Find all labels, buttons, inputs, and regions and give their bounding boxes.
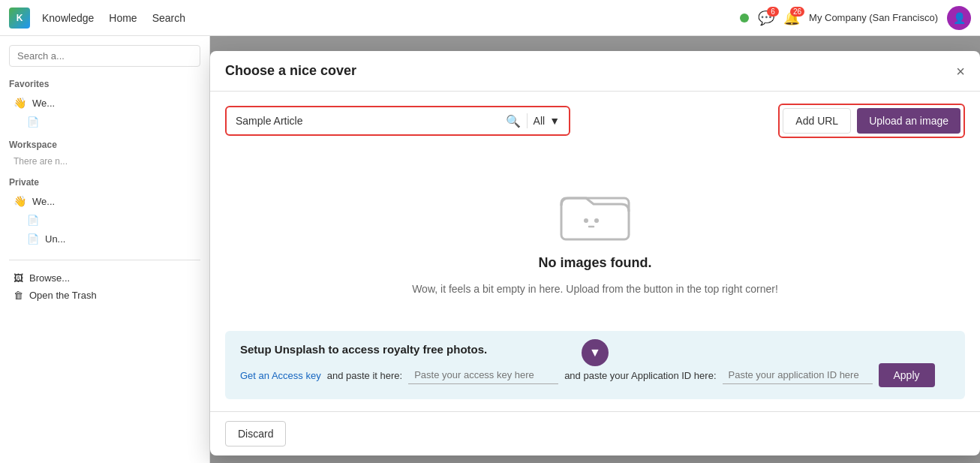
top-bar-right: 💬 6 🔔 26 My Company (San Francisco) 👤 bbox=[740, 6, 971, 30]
sidebar-search-input[interactable] bbox=[9, 45, 200, 67]
modal-overlay: Choose a nice cover × 🔍 bbox=[210, 36, 980, 463]
app-id-input[interactable] bbox=[723, 366, 873, 384]
sidebar-section-private: Private bbox=[9, 177, 200, 188]
sidebar-footer-label: Open the Trash bbox=[29, 290, 97, 301]
chevron-down-icon: ▼ bbox=[549, 115, 560, 127]
emoji-icon: 👋 bbox=[14, 97, 26, 109]
sidebar-footer-label: Browse... bbox=[29, 272, 70, 284]
sidebar-section-workspace: Workspace bbox=[9, 140, 200, 150]
unsplash-app-id-label: and paste your Application ID here: bbox=[564, 370, 716, 381]
upload-image-button[interactable]: Upload an image bbox=[857, 108, 960, 134]
messages-button[interactable]: 💬 6 bbox=[758, 10, 774, 26]
app-body: Favorites 👋 We... 📄 Workspace There are … bbox=[0, 36, 980, 463]
main-content: Choose a nice cover × 🔍 bbox=[210, 36, 980, 463]
scroll-down-button[interactable]: ▼ bbox=[582, 339, 609, 366]
sidebar-item-favorites-1[interactable]: 👋 We... bbox=[9, 94, 200, 112]
search-divider bbox=[527, 113, 528, 128]
sidebar: Favorites 👋 We... 📄 Workspace There are … bbox=[0, 36, 210, 463]
emoji-icon: 👋 bbox=[14, 195, 26, 207]
modal-dialog: Choose a nice cover × 🔍 bbox=[210, 51, 980, 455]
sidebar-item-private-2[interactable]: 📄 bbox=[9, 212, 200, 229]
svg-point-2 bbox=[594, 218, 599, 223]
status-indicator bbox=[740, 14, 749, 23]
search-filter-dropdown[interactable]: All ▼ bbox=[534, 115, 560, 127]
sidebar-item-favorites-2[interactable]: 📄 bbox=[9, 113, 200, 131]
sidebar-browse-button[interactable]: 🖼 Browse... bbox=[9, 269, 200, 287]
notifications-button[interactable]: 🔔 26 bbox=[783, 10, 800, 26]
sidebar-trash-button[interactable]: 🗑 Open the Trash bbox=[9, 287, 200, 304]
sidebar-section-favorites: Favorites bbox=[9, 79, 200, 89]
doc-icon: 📄 bbox=[27, 233, 39, 245]
doc-icon: 📄 bbox=[27, 215, 39, 226]
unsplash-row: Get an Access key and paste it here: and… bbox=[240, 363, 950, 387]
app-background: K Knowledge Home Search 💬 6 🔔 26 My Comp… bbox=[0, 0, 980, 463]
empty-state: No images found. Wow, it feels a bit emp… bbox=[225, 153, 965, 325]
unsplash-paste-label: and paste it here: bbox=[327, 370, 402, 381]
search-icon: 🔍 bbox=[506, 114, 521, 128]
nav-search[interactable]: Search bbox=[152, 12, 185, 24]
workspace-empty-text: There are n... bbox=[9, 155, 200, 168]
empty-folder-icon bbox=[558, 183, 633, 243]
svg-point-1 bbox=[584, 218, 588, 223]
apply-button[interactable]: Apply bbox=[879, 363, 935, 387]
sidebar-footer: 🖼 Browse... 🗑 Open the Trash bbox=[9, 260, 200, 304]
modal-body[interactable]: 🔍 All ▼ Add URL Upload an image bbox=[210, 92, 980, 411]
sidebar-item-label: Un... bbox=[45, 233, 65, 245]
empty-state-subtitle: Wow, it feels a bit empty in here. Uploa… bbox=[412, 283, 778, 295]
filter-label: All bbox=[534, 115, 546, 127]
modal-title: Choose a nice cover bbox=[225, 63, 356, 79]
company-name: My Company (San Francisco) bbox=[809, 12, 938, 23]
empty-state-title: No images found. bbox=[538, 255, 651, 271]
sidebar-item-label: We... bbox=[32, 196, 55, 207]
modal-top-row: 🔍 All ▼ Add URL Upload an image bbox=[225, 104, 965, 138]
add-url-button[interactable]: Add URL bbox=[783, 108, 851, 134]
image-icon: 🖼 bbox=[14, 272, 23, 284]
search-input[interactable] bbox=[236, 115, 500, 127]
sidebar-item-private-1[interactable]: 👋 We... bbox=[9, 192, 200, 210]
user-avatar[interactable]: 👤 bbox=[947, 6, 971, 30]
action-buttons-container: Add URL Upload an image bbox=[778, 104, 965, 138]
top-bar: K Knowledge Home Search 💬 6 🔔 26 My Comp… bbox=[0, 0, 980, 36]
app-logo: K bbox=[9, 8, 30, 29]
messages-badge: 6 bbox=[767, 7, 779, 17]
modal-header: Choose a nice cover × bbox=[210, 51, 980, 92]
discard-button[interactable]: Discard bbox=[225, 421, 286, 446]
nav-home[interactable]: Home bbox=[109, 12, 137, 24]
search-container: 🔍 All ▼ bbox=[225, 106, 570, 136]
unsplash-access-key-link[interactable]: Get an Access key bbox=[240, 370, 321, 381]
nav-items: Knowledge Home Search bbox=[42, 12, 185, 24]
access-key-input[interactable] bbox=[408, 366, 558, 384]
doc-icon: 📄 bbox=[27, 116, 39, 128]
notifications-badge: 26 bbox=[790, 7, 804, 17]
nav-knowledge[interactable]: Knowledge bbox=[42, 12, 94, 24]
modal-footer: Discard bbox=[210, 411, 980, 455]
modal-close-button[interactable]: × bbox=[956, 64, 965, 79]
trash-icon: 🗑 bbox=[14, 290, 23, 301]
sidebar-item-private-3[interactable]: 📄 Un... bbox=[9, 230, 200, 248]
sidebar-item-label: We... bbox=[32, 98, 55, 109]
